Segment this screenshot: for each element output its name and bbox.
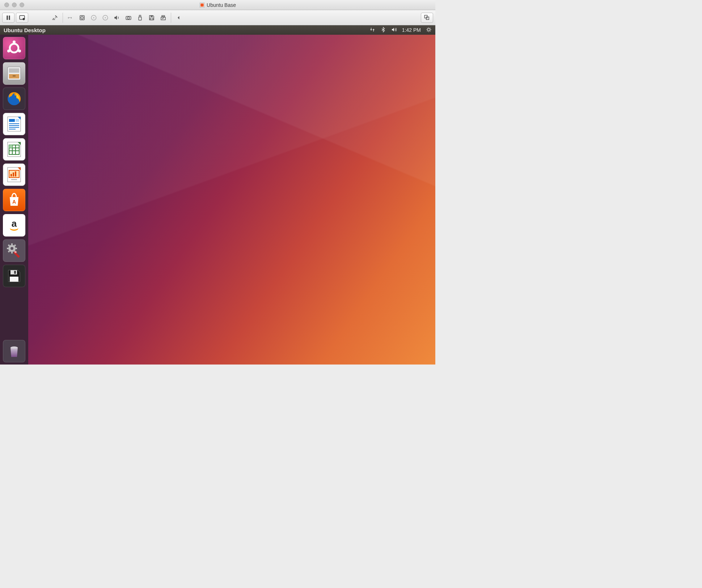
svg-point-22 bbox=[428, 28, 430, 31]
shopping-bag-icon: A bbox=[5, 191, 23, 209]
desktop-wallpaper[interactable] bbox=[28, 35, 435, 365]
svg-rect-39 bbox=[9, 129, 16, 129]
launcher-save-media[interactable] bbox=[3, 265, 25, 287]
svg-rect-37 bbox=[9, 125, 19, 126]
trash-icon bbox=[5, 342, 23, 360]
vm-shared-folders-icon[interactable] bbox=[158, 13, 168, 23]
svg-text:‹··›: ‹··› bbox=[68, 16, 72, 20]
fullscreen-button[interactable] bbox=[421, 13, 433, 23]
ubuntu-logo-icon bbox=[5, 39, 23, 57]
launcher-libreoffice-writer[interactable] bbox=[3, 113, 25, 135]
indicator-clock[interactable]: 1:42 PM bbox=[402, 27, 421, 33]
launcher-ubuntu-software[interactable]: A bbox=[3, 189, 25, 211]
svg-rect-62 bbox=[10, 277, 18, 282]
vm-toolbar: ‹··› bbox=[0, 10, 435, 25]
firefox-icon bbox=[5, 90, 23, 107]
vm-usb-icon[interactable] bbox=[135, 13, 145, 23]
vm-camera-icon[interactable] bbox=[123, 13, 134, 23]
file-cabinet-icon bbox=[5, 65, 23, 82]
pause-vm-button[interactable] bbox=[2, 13, 14, 23]
svg-rect-35 bbox=[16, 119, 19, 122]
launcher-libreoffice-calc[interactable] bbox=[3, 138, 25, 161]
svg-rect-30 bbox=[13, 76, 16, 76]
host-window-titlebar: Ubuntu Base bbox=[0, 0, 435, 10]
svg-point-58 bbox=[10, 247, 13, 250]
vm-settings-icon[interactable] bbox=[50, 13, 60, 23]
host-window-title: Ubuntu Base bbox=[199, 2, 236, 8]
svg-point-59 bbox=[14, 251, 17, 253]
svg-rect-19 bbox=[150, 18, 153, 20]
svg-rect-36 bbox=[9, 123, 19, 124]
vm-audio-icon[interactable] bbox=[112, 13, 122, 23]
zoom-window-button[interactable] bbox=[20, 3, 24, 7]
snapshot-vm-button[interactable] bbox=[16, 13, 28, 23]
svg-point-23 bbox=[10, 44, 18, 52]
impress-presentation-icon bbox=[5, 166, 23, 183]
writer-document-icon bbox=[5, 115, 23, 133]
launcher-trash[interactable] bbox=[3, 340, 25, 362]
indicator-session-icon[interactable] bbox=[426, 27, 432, 34]
vm-optical-drive-1-icon[interactable] bbox=[89, 13, 99, 23]
vm-network-icon[interactable]: ‹··› bbox=[65, 13, 76, 23]
svg-rect-47 bbox=[9, 145, 12, 148]
launcher-firefox[interactable] bbox=[3, 88, 25, 110]
svg-rect-18 bbox=[151, 16, 153, 17]
svg-point-15 bbox=[127, 17, 130, 19]
svg-text:A: A bbox=[12, 199, 16, 205]
launcher-libreoffice-impress[interactable] bbox=[3, 163, 25, 186]
launcher-dash-home[interactable] bbox=[3, 37, 25, 59]
svg-rect-3 bbox=[9, 16, 10, 20]
indicator-volume-icon[interactable] bbox=[391, 27, 397, 34]
floppy-disk-icon bbox=[5, 267, 23, 285]
ubuntu-top-panel: Ubuntu Desktop 1:42 PM bbox=[0, 25, 435, 35]
svg-point-26 bbox=[18, 50, 21, 52]
window-controls bbox=[0, 3, 24, 7]
svg-point-11 bbox=[93, 17, 94, 18]
minimize-window-button[interactable] bbox=[12, 3, 17, 7]
svg-rect-52 bbox=[13, 172, 14, 176]
vm-harddisk-icon[interactable] bbox=[77, 13, 87, 23]
svg-point-63 bbox=[10, 346, 18, 349]
svg-rect-28 bbox=[9, 68, 19, 73]
vm-floppy-icon[interactable] bbox=[147, 13, 157, 23]
launcher-amazon[interactable]: a bbox=[3, 214, 25, 237]
svg-rect-34 bbox=[9, 119, 15, 122]
indicator-network-icon[interactable] bbox=[369, 27, 375, 34]
svg-point-5 bbox=[23, 18, 25, 20]
launcher-files[interactable] bbox=[3, 62, 25, 85]
close-window-button[interactable] bbox=[4, 3, 9, 7]
svg-rect-51 bbox=[10, 174, 12, 176]
svg-point-9 bbox=[82, 17, 83, 18]
unity-launcher: A a bbox=[0, 35, 28, 365]
panel-app-title: Ubuntu Desktop bbox=[4, 27, 369, 33]
svg-rect-61 bbox=[14, 271, 16, 274]
svg-rect-17 bbox=[139, 17, 141, 20]
vm-optical-drive-2-icon[interactable] bbox=[100, 13, 110, 23]
svg-point-13 bbox=[105, 17, 106, 18]
svg-rect-53 bbox=[15, 171, 16, 176]
indicator-bluetooth-icon[interactable] bbox=[380, 27, 386, 34]
svg-point-25 bbox=[7, 50, 10, 52]
svg-text:a: a bbox=[12, 218, 17, 229]
svg-rect-38 bbox=[9, 127, 19, 128]
settings-gear-wrench-icon bbox=[5, 242, 23, 259]
host-window-title-text: Ubuntu Base bbox=[207, 2, 236, 8]
launcher-system-settings[interactable] bbox=[3, 239, 25, 262]
guest-vm-display: Ubuntu Desktop 1:42 PM bbox=[0, 25, 435, 365]
svg-rect-2 bbox=[7, 16, 8, 20]
svg-rect-1 bbox=[200, 3, 204, 7]
calc-spreadsheet-icon bbox=[5, 141, 23, 158]
vm-app-icon bbox=[199, 3, 204, 8]
amazon-icon: a bbox=[5, 217, 23, 234]
svg-point-24 bbox=[13, 41, 16, 43]
svg-rect-60 bbox=[10, 270, 17, 274]
vm-collapse-toolbar-icon[interactable] bbox=[174, 13, 184, 23]
svg-rect-54 bbox=[11, 179, 17, 180]
